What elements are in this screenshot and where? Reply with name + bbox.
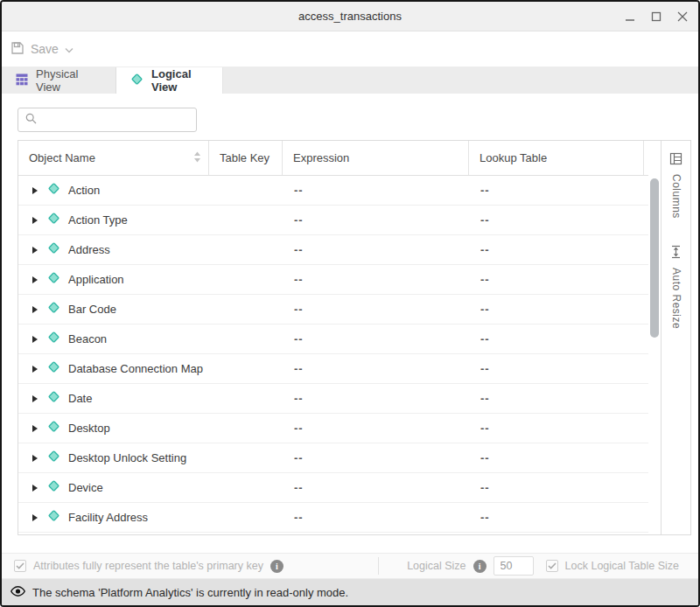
row-diamond-icon [47, 360, 60, 377]
app-window: access_transactions Save [0, 0, 700, 607]
row-diamond-icon [47, 390, 60, 407]
row-diamond-icon [47, 331, 60, 347]
row-diamond-icon [47, 182, 60, 199]
columns-label: Columns [670, 174, 682, 219]
column-header-table-key[interactable]: Table Key [209, 141, 283, 175]
diamond-icon [130, 73, 144, 88]
object-name-cell: Action Type [18, 212, 209, 228]
auto-resize-button[interactable]: Auto Resize [670, 245, 682, 329]
row-label: Beacon [68, 332, 107, 345]
cell-expression: -- [283, 511, 469, 524]
table-row[interactable]: Bar Code -- -- [18, 295, 648, 324]
minimize-icon[interactable] [623, 10, 637, 24]
expand-arrow-icon[interactable] [32, 514, 38, 521]
options-separator [378, 557, 379, 575]
object-name-cell: Device [18, 479, 209, 496]
save-icon [10, 41, 24, 58]
cell-expression: -- [283, 243, 469, 256]
object-name-cell: Action [18, 182, 209, 199]
expand-arrow-icon[interactable] [32, 306, 38, 313]
cell-expression: -- [283, 303, 469, 316]
scrollbar-thumb[interactable] [650, 178, 659, 338]
table-row[interactable]: Database Connection Map -- -- [18, 354, 648, 384]
object-name-cell: Beacon [18, 331, 209, 347]
row-label: Application [68, 273, 124, 286]
table-row[interactable]: Beacon -- -- [18, 324, 648, 354]
logical-size-group: Logical Size i Lock Logical Table Size [378, 556, 686, 576]
auto-resize-icon [670, 245, 682, 262]
expand-arrow-icon[interactable] [32, 366, 38, 373]
expand-arrow-icon[interactable] [32, 455, 38, 462]
table-row[interactable]: Device -- -- [18, 473, 648, 503]
column-header-lookup-table[interactable]: Lookup Table [469, 141, 644, 175]
save-label: Save [31, 42, 59, 56]
table-row[interactable]: Action -- -- [18, 176, 648, 206]
object-table: Object Name Table Key Expression Lookup … [18, 140, 691, 535]
row-diamond-icon [47, 420, 60, 436]
expand-arrow-icon[interactable] [32, 485, 38, 492]
maximize-icon[interactable] [649, 10, 663, 24]
table-row[interactable]: Desktop -- -- [18, 414, 648, 443]
window-controls [623, 2, 690, 31]
cell-lookup: -- [469, 184, 644, 197]
chevron-down-icon[interactable] [65, 42, 74, 56]
lock-logical-size-checkbox[interactable] [546, 560, 558, 572]
search-box[interactable] [18, 108, 197, 132]
expand-arrow-icon[interactable] [32, 276, 38, 283]
expand-arrow-icon[interactable] [32, 187, 38, 194]
table-side-panel: Columns Auto Resize [661, 141, 690, 534]
row-diamond-icon [47, 509, 60, 526]
expand-arrow-icon[interactable] [32, 336, 38, 343]
row-diamond-icon [47, 212, 60, 228]
logical-size-info-icon[interactable]: i [473, 560, 486, 573]
column-header-expression[interactable]: Expression [283, 141, 469, 175]
content-area: Object Name Table Key Expression Lookup … [2, 94, 698, 605]
row-label: Desktop [68, 422, 110, 435]
table-row[interactable]: Date -- -- [18, 384, 648, 414]
tab-logical-view[interactable]: Logical View [116, 67, 223, 94]
expand-arrow-icon[interactable] [32, 217, 38, 224]
table-row[interactable]: Application -- -- [18, 265, 648, 295]
cell-expression: -- [283, 332, 469, 345]
title-bar: access_transactions [2, 2, 698, 31]
row-label: Database Connection Map [68, 362, 203, 375]
cell-lookup: -- [469, 451, 644, 464]
columns-icon [669, 152, 682, 169]
object-name-cell: Desktop Unlock Setting [18, 450, 209, 466]
table-row[interactable]: Facility Address -- -- [18, 503, 648, 533]
row-diamond-icon [47, 301, 60, 317]
row-label: Action [68, 184, 100, 197]
object-name-cell: Facility Address [18, 509, 209, 526]
cell-lookup: -- [469, 422, 644, 435]
grid-icon [16, 73, 28, 88]
table-row[interactable]: Action Type -- -- [18, 206, 648, 235]
primary-key-info-icon[interactable]: i [270, 560, 284, 573]
expand-arrow-icon[interactable] [32, 395, 38, 402]
search-input[interactable] [42, 108, 196, 131]
row-label: Device [68, 481, 103, 494]
vertical-scrollbar[interactable] [648, 141, 661, 534]
table-row[interactable]: Desktop Unlock Setting -- -- [18, 443, 648, 473]
logical-size-input[interactable] [494, 556, 534, 576]
primary-key-checkbox[interactable] [14, 560, 26, 572]
row-label: Date [68, 392, 92, 405]
object-name-cell: Bar Code [18, 301, 209, 317]
expand-arrow-icon[interactable] [32, 425, 38, 432]
cell-expression: -- [283, 392, 469, 405]
close-icon[interactable] [676, 10, 690, 24]
object-name-cell: Address [18, 241, 209, 258]
cell-lookup: -- [469, 392, 644, 405]
tab-physical-view[interactable]: Physical View [2, 67, 116, 94]
primary-key-label: Attributes fully represent the table's p… [33, 560, 263, 572]
columns-button[interactable]: Columns [669, 152, 682, 219]
status-message: The schema 'Platform Analytics' is curre… [32, 586, 348, 599]
expand-arrow-icon[interactable] [32, 247, 38, 254]
sort-icon[interactable] [193, 151, 201, 165]
column-header-object-name[interactable]: Object Name [18, 141, 209, 175]
save-button[interactable]: Save [10, 41, 74, 58]
cell-expression: -- [283, 273, 469, 286]
table-row[interactable]: Address -- -- [18, 235, 648, 265]
row-label: Action Type [68, 213, 128, 227]
object-name-cell: Desktop [18, 420, 209, 436]
row-diamond-icon [47, 271, 60, 288]
